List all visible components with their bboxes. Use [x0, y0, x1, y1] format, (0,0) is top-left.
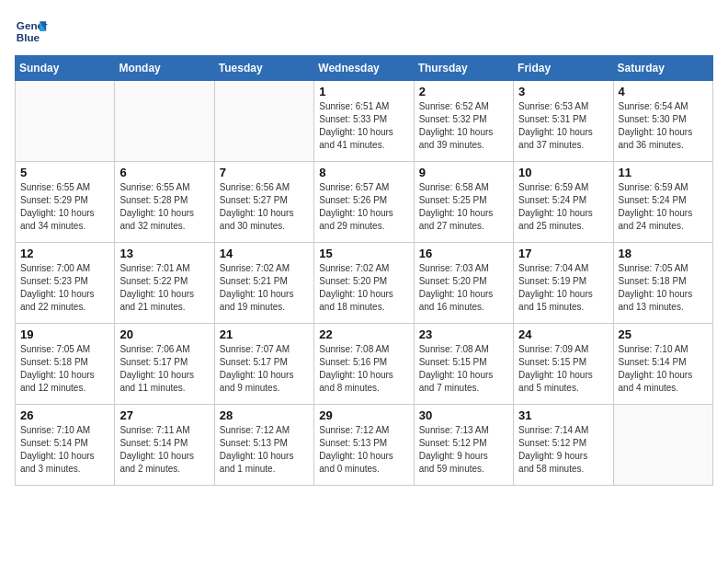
calendar-cell: 30Sunrise: 7:13 AM Sunset: 5:12 PM Dayli… [414, 405, 513, 486]
calendar-cell: 15Sunrise: 7:02 AM Sunset: 5:20 PM Dayli… [314, 243, 414, 324]
week-row-5: 26Sunrise: 7:10 AM Sunset: 5:14 PM Dayli… [16, 405, 713, 486]
day-number: 19 [20, 327, 109, 341]
day-number: 23 [419, 327, 508, 341]
calendar-cell: 31Sunrise: 7:14 AM Sunset: 5:12 PM Dayli… [514, 405, 613, 486]
day-info: Sunrise: 6:55 AM Sunset: 5:28 PM Dayligh… [119, 181, 209, 233]
calendar-cell [16, 81, 115, 162]
day-number: 5 [20, 166, 109, 179]
header-day-saturday: Saturday [613, 56, 712, 81]
day-info: Sunrise: 7:03 AM Sunset: 5:20 PM Dayligh… [419, 262, 508, 314]
day-number: 6 [119, 166, 209, 179]
calendar-cell: 6Sunrise: 6:55 AM Sunset: 5:28 PM Daylig… [115, 162, 214, 243]
calendar-cell: 21Sunrise: 7:07 AM Sunset: 5:17 PM Dayli… [214, 324, 313, 405]
day-number: 27 [119, 408, 209, 422]
calendar-cell: 1Sunrise: 6:51 AM Sunset: 5:33 PM Daylig… [314, 81, 414, 162]
day-info: Sunrise: 7:10 AM Sunset: 5:14 PM Dayligh… [619, 343, 708, 395]
day-info: Sunrise: 7:10 AM Sunset: 5:14 PM Dayligh… [20, 424, 109, 476]
day-info: Sunrise: 6:59 AM Sunset: 5:24 PM Dayligh… [619, 181, 708, 233]
calendar-cell: 23Sunrise: 7:08 AM Sunset: 5:15 PM Dayli… [414, 324, 513, 405]
day-info: Sunrise: 7:01 AM Sunset: 5:22 PM Dayligh… [119, 262, 209, 314]
day-number: 29 [319, 408, 408, 422]
calendar-table: SundayMondayTuesdayWednesdayThursdayFrid… [15, 55, 713, 486]
calendar-cell: 2Sunrise: 6:52 AM Sunset: 5:32 PM Daylig… [414, 81, 513, 162]
day-number: 20 [119, 327, 209, 341]
calendar-cell: 28Sunrise: 7:12 AM Sunset: 5:13 PM Dayli… [214, 405, 313, 486]
day-info: Sunrise: 7:08 AM Sunset: 5:16 PM Dayligh… [319, 343, 408, 395]
day-info: Sunrise: 7:11 AM Sunset: 5:14 PM Dayligh… [119, 424, 209, 476]
calendar-cell: 9Sunrise: 6:58 AM Sunset: 5:25 PM Daylig… [414, 162, 513, 243]
calendar-cell: 10Sunrise: 6:59 AM Sunset: 5:24 PM Dayli… [514, 162, 613, 243]
svg-text:Blue: Blue [17, 31, 40, 43]
calendar-cell [214, 81, 313, 162]
day-number: 31 [518, 408, 608, 422]
day-number: 30 [419, 408, 508, 422]
week-row-3: 12Sunrise: 7:00 AM Sunset: 5:23 PM Dayli… [16, 243, 713, 324]
header-day-friday: Friday [514, 56, 613, 81]
day-number: 26 [20, 408, 109, 422]
calendar-cell: 29Sunrise: 7:12 AM Sunset: 5:13 PM Dayli… [314, 405, 414, 486]
calendar-cell: 7Sunrise: 6:56 AM Sunset: 5:27 PM Daylig… [214, 162, 313, 243]
calendar-cell [613, 405, 712, 486]
day-number: 11 [619, 166, 708, 179]
calendar-cell: 14Sunrise: 7:02 AM Sunset: 5:21 PM Dayli… [214, 243, 313, 324]
calendar-cell: 17Sunrise: 7:04 AM Sunset: 5:19 PM Dayli… [514, 243, 613, 324]
day-number: 18 [619, 247, 708, 260]
day-info: Sunrise: 6:58 AM Sunset: 5:25 PM Dayligh… [419, 181, 508, 233]
day-number: 4 [619, 85, 708, 98]
day-info: Sunrise: 6:55 AM Sunset: 5:29 PM Dayligh… [20, 181, 109, 233]
day-info: Sunrise: 7:14 AM Sunset: 5:12 PM Dayligh… [518, 424, 608, 476]
day-info: Sunrise: 6:53 AM Sunset: 5:31 PM Dayligh… [518, 100, 608, 152]
day-number: 9 [419, 166, 508, 179]
week-row-1: 1Sunrise: 6:51 AM Sunset: 5:33 PM Daylig… [16, 81, 713, 162]
page-header: General Blue [15, 15, 713, 48]
day-info: Sunrise: 7:05 AM Sunset: 5:18 PM Dayligh… [619, 262, 708, 314]
day-number: 1 [319, 85, 408, 98]
day-number: 14 [220, 247, 309, 260]
header-day-thursday: Thursday [414, 56, 513, 81]
day-info: Sunrise: 7:00 AM Sunset: 5:23 PM Dayligh… [20, 262, 109, 314]
day-info: Sunrise: 6:57 AM Sunset: 5:26 PM Dayligh… [319, 181, 408, 233]
day-info: Sunrise: 6:56 AM Sunset: 5:27 PM Dayligh… [220, 181, 309, 233]
calendar-cell: 8Sunrise: 6:57 AM Sunset: 5:26 PM Daylig… [314, 162, 414, 243]
header-day-monday: Monday [115, 56, 214, 81]
day-number: 7 [220, 166, 309, 179]
header-day-sunday: Sunday [16, 56, 115, 81]
day-number: 25 [619, 327, 708, 341]
day-number: 24 [518, 327, 608, 341]
day-info: Sunrise: 7:08 AM Sunset: 5:15 PM Dayligh… [419, 343, 508, 395]
day-info: Sunrise: 7:09 AM Sunset: 5:15 PM Dayligh… [518, 343, 608, 395]
calendar-cell: 5Sunrise: 6:55 AM Sunset: 5:29 PM Daylig… [16, 162, 115, 243]
day-info: Sunrise: 7:13 AM Sunset: 5:12 PM Dayligh… [419, 424, 508, 476]
header-row: SundayMondayTuesdayWednesdayThursdayFrid… [16, 56, 713, 81]
header-day-wednesday: Wednesday [314, 56, 414, 81]
day-info: Sunrise: 6:54 AM Sunset: 5:30 PM Dayligh… [619, 100, 708, 152]
day-number: 16 [419, 247, 508, 260]
day-number: 10 [518, 166, 608, 179]
day-info: Sunrise: 7:06 AM Sunset: 5:17 PM Dayligh… [119, 343, 209, 395]
day-number: 12 [20, 247, 109, 260]
calendar-cell: 13Sunrise: 7:01 AM Sunset: 5:22 PM Dayli… [115, 243, 214, 324]
calendar-cell: 27Sunrise: 7:11 AM Sunset: 5:14 PM Dayli… [115, 405, 214, 486]
day-number: 22 [319, 327, 408, 341]
day-info: Sunrise: 7:02 AM Sunset: 5:21 PM Dayligh… [220, 262, 309, 314]
week-row-2: 5Sunrise: 6:55 AM Sunset: 5:29 PM Daylig… [16, 162, 713, 243]
day-info: Sunrise: 7:02 AM Sunset: 5:20 PM Dayligh… [319, 262, 408, 314]
calendar-cell: 16Sunrise: 7:03 AM Sunset: 5:20 PM Dayli… [414, 243, 513, 324]
logo-icon: General Blue [15, 15, 48, 48]
day-info: Sunrise: 7:05 AM Sunset: 5:18 PM Dayligh… [20, 343, 109, 395]
day-number: 13 [119, 247, 209, 260]
calendar-cell: 12Sunrise: 7:00 AM Sunset: 5:23 PM Dayli… [16, 243, 115, 324]
calendar-cell [115, 81, 214, 162]
day-number: 8 [319, 166, 408, 179]
header-day-tuesday: Tuesday [214, 56, 313, 81]
calendar-cell: 19Sunrise: 7:05 AM Sunset: 5:18 PM Dayli… [16, 324, 115, 405]
day-number: 28 [220, 408, 309, 422]
calendar-cell: 25Sunrise: 7:10 AM Sunset: 5:14 PM Dayli… [613, 324, 712, 405]
day-info: Sunrise: 6:51 AM Sunset: 5:33 PM Dayligh… [319, 100, 408, 152]
day-info: Sunrise: 7:04 AM Sunset: 5:19 PM Dayligh… [518, 262, 608, 314]
calendar-cell: 26Sunrise: 7:10 AM Sunset: 5:14 PM Dayli… [16, 405, 115, 486]
day-number: 2 [419, 85, 508, 98]
day-info: Sunrise: 7:07 AM Sunset: 5:17 PM Dayligh… [220, 343, 309, 395]
calendar-cell: 22Sunrise: 7:08 AM Sunset: 5:16 PM Dayli… [314, 324, 414, 405]
day-info: Sunrise: 6:59 AM Sunset: 5:24 PM Dayligh… [518, 181, 608, 233]
